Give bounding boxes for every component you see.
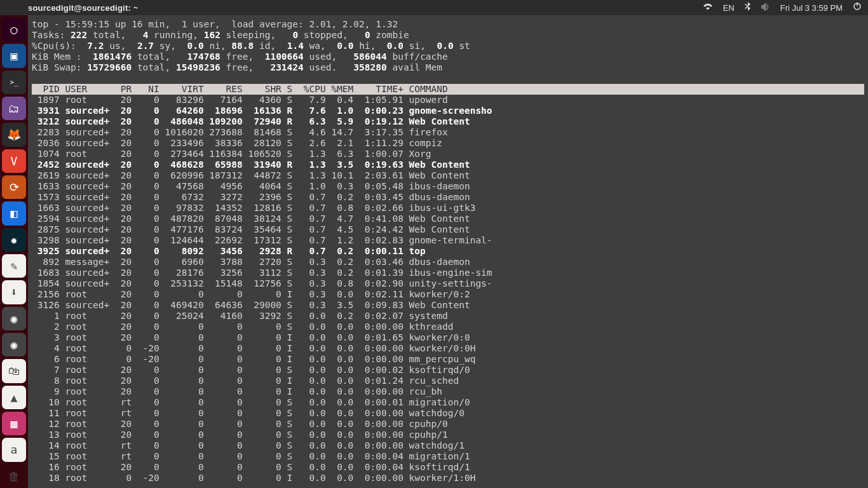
amazon-icon[interactable]: a: [2, 438, 26, 461]
process-row: 10 root rt 0 0 0 0 S 0.0 0.0 0:00.01 mig…: [32, 397, 864, 408]
top-cpu-line: %Cpu(s): 7.2 us, 2.7 sy, 0.0 ni, 88.8 id…: [32, 41, 864, 51]
process-row: 3925 sourced+ 20 0 8092 3456 2928 R 0.7 …: [32, 246, 864, 257]
terminal-output[interactable]: top - 15:59:15 up 16 min, 1 user, load a…: [28, 15, 868, 488]
vlc-icon[interactable]: ▲: [2, 386, 26, 409]
process-row: 1633 sourced+ 20 0 47568 4956 4064 S 1.0…: [32, 181, 864, 192]
firefox-icon[interactable]: 🦊: [2, 123, 26, 146]
process-row: 3 root 20 0 0 0 0 I 0.0 0.0 0:01.65 kwor…: [32, 332, 864, 343]
process-row: 14 root rt 0 0 0 0 S 0.0 0.0 0:00.00 wat…: [32, 440, 864, 451]
unity-launcher[interactable]: ◯▣>_🗂🦊V⟳◧✹✎⬇◉◉🛍▲▦a🗑: [0, 15, 28, 488]
process-row: 1897 root 20 0 83296 7164 4360 S 7.9 0.4…: [32, 95, 864, 105]
process-row: 2452 sourced+ 20 0 468628 65988 31940 R …: [32, 159, 864, 170]
document-icon[interactable]: ✎: [2, 254, 26, 278]
disk2-icon[interactable]: ◉: [2, 333, 26, 356]
wifi-icon[interactable]: [703, 3, 713, 13]
process-row: 12 root 20 0 0 0 0 S 0.0 0.0 0:00.00 cpu…: [32, 419, 864, 430]
power-icon[interactable]: [853, 2, 862, 13]
process-row: 3298 sourced+ 20 0 124644 22692 17312 S …: [32, 235, 864, 246]
column-header: PID USER PR NI VIRT RES SHR S %CPU %MEM …: [32, 84, 864, 95]
top-mem-line: KiB Mem : 1861476 total, 174768 free, 11…: [32, 51, 864, 62]
process-row: 16 root 20 0 0 0 0 S 0.0 0.0 0:00.04 kso…: [32, 462, 864, 473]
process-row: 1854 sourced+ 20 0 253132 15148 12756 S …: [32, 278, 864, 289]
process-row: 2594 sourced+ 20 0 487820 87048 38124 S …: [32, 214, 864, 224]
top-menubar: sourcedigit@sourcedigit: ~ EN Fri Jul 3 …: [0, 0, 868, 15]
clock[interactable]: Fri Jul 3 3:59 PM: [780, 3, 843, 13]
download-icon[interactable]: ⬇: [2, 280, 26, 304]
process-row: 2036 sourced+ 20 0 233496 38336 28120 S …: [32, 138, 864, 149]
process-row: 1 root 20 0 25024 4160 3292 S 0.0 0.2 0:…: [32, 311, 864, 322]
folder-icon[interactable]: ▣: [2, 44, 26, 67]
app-icon[interactable]: ◧: [2, 201, 26, 225]
top-tasks-line: Tasks: 222 total, 4 running, 162 sleepin…: [32, 30, 864, 41]
process-row: 1683 sourced+ 20 0 28176 3256 3112 S 0.3…: [32, 268, 864, 278]
process-row: 1573 sourced+ 20 0 6732 3272 2396 S 0.7 …: [32, 192, 864, 203]
process-row: 9 root 20 0 0 0 0 I 0.0 0.0 0:00.00 rcu_…: [32, 386, 864, 397]
process-row: 2 root 20 0 0 0 0 S 0.0 0.0 0:00.00 kthr…: [32, 322, 864, 332]
process-list: 1897 root 20 0 83296 7164 4360 S 7.9 0.4…: [32, 95, 864, 484]
top-summary-line1: top - 15:59:15 up 16 min, 1 user, load a…: [32, 19, 864, 30]
files-icon[interactable]: 🗂: [2, 97, 26, 120]
process-row: 3212 sourced+ 20 0 486048 109200 72940 R…: [32, 116, 864, 127]
process-row: 2619 sourced+ 20 0 620996 187312 44872 S…: [32, 170, 864, 181]
sync-icon[interactable]: ⟳: [2, 175, 26, 199]
bluetooth-icon[interactable]: [745, 2, 751, 13]
process-row: 13 root 20 0 0 0 0 S 0.0 0.0 0:00.00 cpu…: [32, 430, 864, 440]
blank-line: [32, 73, 864, 84]
ubuntu-dash-icon[interactable]: ◯: [2, 18, 26, 41]
process-row: 3931 sourced+ 20 0 64260 18696 16136 R 7…: [32, 105, 864, 116]
process-row: 2156 root 20 0 0 0 0 I 0.3 0.0 0:02.11 k…: [32, 289, 864, 300]
top-swap-line: KiB Swap: 15729660 total, 15498236 free,…: [32, 62, 864, 73]
language-indicator[interactable]: EN: [723, 3, 735, 13]
process-row: 2875 sourced+ 20 0 477176 83724 35464 S …: [32, 224, 864, 235]
settings-icon[interactable]: ✹: [2, 228, 26, 252]
process-row: 1663 sourced+ 20 0 97832 14352 12816 S 0…: [32, 203, 864, 214]
process-row: 7 root 20 0 0 0 0 S 0.0 0.0 0:00.02 ksof…: [32, 365, 864, 376]
process-row: 6 root 0 -20 0 0 0 I 0.0 0.0 0:00.00 mm_…: [32, 354, 864, 365]
window-title: sourcedigit@sourcedigit: ~: [28, 3, 139, 13]
process-row: 1074 root 20 0 273464 116384 106520 S 1.…: [32, 149, 864, 159]
brave-icon[interactable]: V: [2, 149, 26, 173]
process-row: 18 root 0 -20 0 0 0 I 0.0 0.0 0:00.00 kw…: [32, 473, 864, 484]
process-row: 15 root rt 0 0 0 0 S 0.0 0.0 0:00.04 mig…: [32, 451, 864, 462]
image-icon[interactable]: ▦: [2, 412, 26, 435]
system-indicators[interactable]: EN Fri Jul 3 3:59 PM: [703, 2, 868, 13]
disk1-icon[interactable]: ◉: [2, 307, 26, 330]
process-row: 892 message+ 20 0 6960 3788 2720 S 0.3 0…: [32, 257, 864, 268]
process-row: 11 root rt 0 0 0 0 S 0.0 0.0 0:00.00 wat…: [32, 408, 864, 419]
terminal-icon[interactable]: >_: [2, 71, 26, 94]
volume-icon[interactable]: [761, 3, 770, 13]
process-row: 4 root 0 -20 0 0 0 I 0.0 0.0 0:00.00 kwo…: [32, 343, 864, 354]
trash-icon[interactable]: 🗑: [2, 464, 26, 488]
process-row: 3126 sourced+ 20 0 469420 64636 29000 S …: [32, 300, 864, 311]
process-row: 2283 sourced+ 20 0 1016020 273688 81468 …: [32, 127, 864, 138]
software-icon[interactable]: 🛍: [2, 359, 26, 383]
process-row: 8 root 20 0 0 0 0 I 0.0 0.0 0:01.24 rcu_…: [32, 376, 864, 386]
